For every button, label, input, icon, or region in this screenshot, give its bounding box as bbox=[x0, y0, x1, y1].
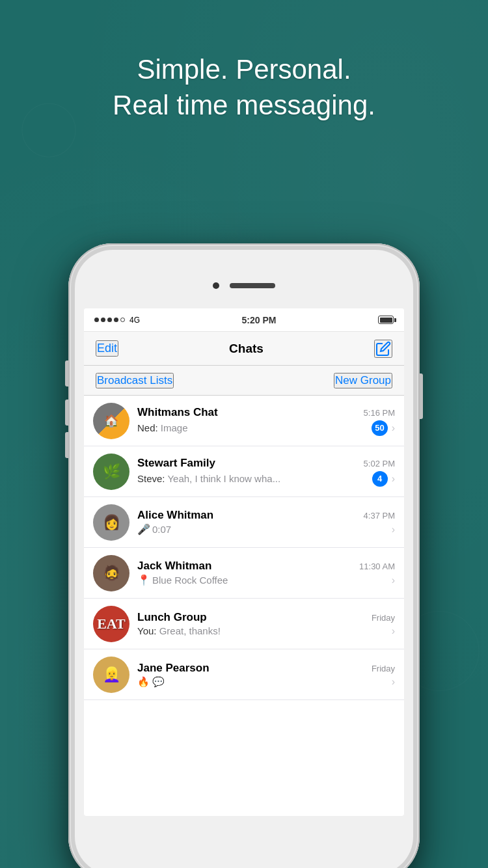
chat-content-lunch: Lunch Group Friday You: Great, thanks! › bbox=[137, 611, 395, 637]
speaker-grille bbox=[230, 283, 275, 288]
chat-preview-jane: 🔥 💬 › bbox=[137, 676, 395, 688]
badge-stewart: 4 bbox=[372, 471, 388, 487]
chat-name-lunch: Lunch Group bbox=[137, 611, 207, 624]
chat-time-jack: 11:30 AM bbox=[359, 562, 395, 571]
compose-icon bbox=[375, 341, 391, 357]
avatar-stewart: 🌿 bbox=[93, 454, 129, 490]
voice-preview-alice: 🎤 0:07 bbox=[137, 523, 388, 536]
status-battery bbox=[378, 316, 394, 324]
chevron-alice: › bbox=[392, 524, 395, 536]
signal-dot-1 bbox=[94, 318, 99, 322]
chat-preview-lunch: You: Great, thanks! › bbox=[137, 625, 395, 637]
chat-name-jack: Jack Whitman bbox=[137, 560, 211, 573]
avatar-whitmans: 🏠 bbox=[93, 403, 129, 439]
chat-header-whitmans: Whitmans Chat 5:16 PM bbox=[137, 406, 395, 419]
chat-header-stewart: Stewart Family 5:02 PM bbox=[137, 457, 395, 470]
phone-notch bbox=[75, 263, 413, 308]
broadcast-lists-button[interactable]: Broadcast Lists bbox=[96, 373, 174, 388]
chat-item-whitmans[interactable]: 🏠 Whitmans Chat 5:16 PM Ned: Image bbox=[84, 396, 404, 446]
chat-item-jack[interactable]: 🧔 Jack Whitman 11:30 AM 📍 Blue Rock Coff… bbox=[84, 548, 404, 599]
nav-bar: Edit Chats bbox=[84, 332, 404, 366]
badge-whitmans: 50 bbox=[372, 420, 387, 436]
chat-name-alice: Alice Whitman bbox=[137, 509, 213, 522]
location-icon: 📍 bbox=[137, 574, 150, 586]
chat-item-alice[interactable]: 👩 Alice Whitman 4:37 PM 🎤 0:07 bbox=[84, 497, 404, 548]
page-title: Chats bbox=[229, 342, 264, 356]
chat-preview-whitmans: Ned: Image 50 › bbox=[137, 420, 395, 436]
status-bar: 4G 5:20 PM bbox=[84, 308, 404, 332]
avatar-jack: 🧔 bbox=[93, 555, 129, 591]
chat-header-lunch: Lunch Group Friday bbox=[137, 611, 395, 624]
screen: 4G 5:20 PM Edit Chats bbox=[84, 308, 404, 816]
chat-time-whitmans: 5:16 PM bbox=[364, 408, 395, 418]
chat-content-stewart: Stewart Family 5:02 PM Steve: Yeah, I th… bbox=[137, 457, 395, 487]
chat-preview-text-jack: Blue Rock Coffee bbox=[152, 575, 388, 586]
phone-inner: 4G 5:20 PM Edit Chats bbox=[75, 250, 413, 868]
phone-body: 4G 5:20 PM Edit Chats bbox=[68, 243, 420, 868]
chat-content-jane: Jane Pearson Friday 🔥 💬 › bbox=[137, 662, 395, 688]
battery-fill bbox=[380, 318, 392, 323]
battery-icon bbox=[378, 316, 394, 324]
chat-item-jane[interactable]: 👱‍♀️ Jane Pearson Friday 🔥 💬 › bbox=[84, 649, 404, 700]
avatar-lunch: EAT bbox=[93, 606, 129, 642]
chat-time-alice: 4:37 PM bbox=[364, 511, 395, 521]
chat-content-whitmans: Whitmans Chat 5:16 PM Ned: Image 50 › bbox=[137, 406, 395, 436]
chevron-jane: › bbox=[392, 676, 395, 688]
carrier-label: 4G bbox=[129, 316, 140, 325]
chat-preview-alice: 🎤 0:07 › bbox=[137, 523, 395, 536]
chat-preview-text-stewart: Steve: Yeah, I think I know wha... bbox=[137, 473, 368, 484]
signal-dot-5 bbox=[120, 318, 125, 322]
chat-content-alice: Alice Whitman 4:37 PM 🎤 0:07 › bbox=[137, 509, 395, 536]
chat-preview-jack: 📍 Blue Rock Coffee › bbox=[137, 574, 395, 586]
chat-time-stewart: 5:02 PM bbox=[364, 459, 395, 468]
chat-item-stewart[interactable]: 🌿 Stewart Family 5:02 PM Steve: Yeah, I … bbox=[84, 446, 404, 497]
chevron-jack: › bbox=[392, 575, 395, 586]
chat-time-jane: Friday bbox=[372, 664, 395, 673]
chevron-stewart: › bbox=[392, 473, 395, 485]
chat-preview-text-alice: 0:07 bbox=[152, 524, 388, 535]
new-group-button[interactable]: New Group bbox=[334, 373, 392, 388]
chat-content-jack: Jack Whitman 11:30 AM 📍 Blue Rock Coffee… bbox=[137, 560, 395, 586]
chat-preview-text-whitmans: Ned: Image bbox=[137, 422, 368, 433]
location-preview-jack: 📍 Blue Rock Coffee bbox=[137, 574, 388, 586]
tagline-line2: Real time messaging. bbox=[0, 88, 488, 124]
microphone-icon: 🎤 bbox=[137, 523, 150, 536]
status-signal: 4G bbox=[94, 316, 140, 325]
avatar-alice: 👩 bbox=[93, 504, 129, 541]
signal-dot-3 bbox=[107, 318, 112, 322]
chat-name-whitmans: Whitmans Chat bbox=[137, 406, 218, 419]
action-bar: Broadcast Lists New Group bbox=[84, 366, 404, 396]
camera-area bbox=[213, 282, 275, 289]
chevron-whitmans: › bbox=[392, 422, 395, 434]
tagline: Simple. Personal. Real time messaging. bbox=[0, 52, 488, 123]
front-camera bbox=[213, 282, 219, 289]
chat-item-lunch[interactable]: EAT Lunch Group Friday You: Great, thank… bbox=[84, 599, 404, 649]
chat-preview-text-jane: 🔥 💬 bbox=[137, 676, 388, 688]
chat-time-lunch: Friday bbox=[372, 613, 395, 623]
chat-preview-text-lunch: You: Great, thanks! bbox=[137, 625, 388, 636]
chat-preview-stewart: Steve: Yeah, I think I know wha... 4 › bbox=[137, 471, 395, 487]
chat-header-jane: Jane Pearson Friday bbox=[137, 662, 395, 675]
chat-name-jane: Jane Pearson bbox=[137, 662, 210, 675]
edit-button[interactable]: Edit bbox=[96, 340, 118, 357]
chat-list: 🏠 Whitmans Chat 5:16 PM Ned: Image bbox=[84, 396, 404, 700]
chat-header-alice: Alice Whitman 4:37 PM bbox=[137, 509, 395, 522]
status-time: 5:20 PM bbox=[242, 315, 277, 325]
tagline-line1: Simple. Personal. bbox=[0, 52, 488, 88]
signal-dot-4 bbox=[114, 318, 118, 322]
chat-name-stewart: Stewart Family bbox=[137, 457, 215, 470]
compose-button[interactable] bbox=[374, 340, 392, 358]
signal-dot-2 bbox=[101, 318, 105, 322]
avatar-jane: 👱‍♀️ bbox=[93, 657, 129, 693]
chevron-lunch: › bbox=[392, 625, 395, 637]
chat-header-jack: Jack Whitman 11:30 AM bbox=[137, 560, 395, 573]
phone-frame: 4G 5:20 PM Edit Chats bbox=[68, 243, 420, 868]
